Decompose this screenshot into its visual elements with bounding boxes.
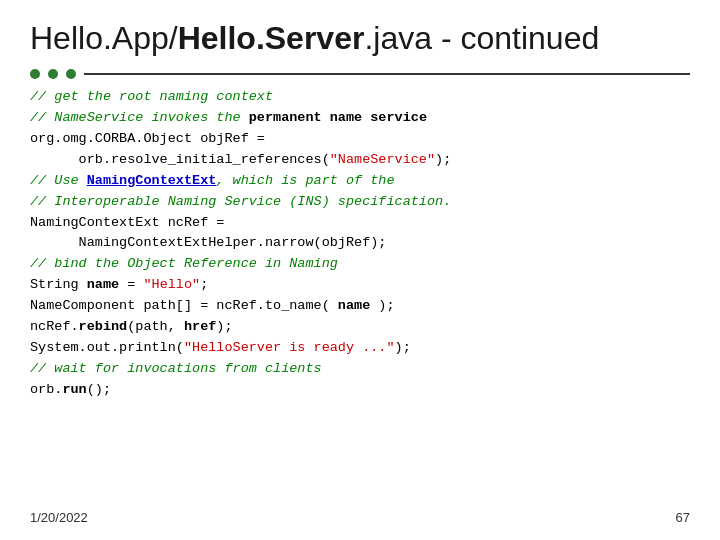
code-line-4: orb.resolve_initial_references("NameServ… [30, 150, 690, 171]
bold-rebind: rebind [79, 319, 128, 334]
code-line-10: String name = "Hello"; [30, 275, 690, 296]
string-10: "Hello" [143, 277, 200, 292]
comment-6: // Interoperable Naming Service (INS) sp… [30, 194, 451, 209]
bold-2: permanent name service [249, 110, 427, 125]
code-line-7: NamingContextExt ncRef = [30, 213, 690, 234]
comment-2a: // NameService invokes the [30, 110, 249, 125]
divider-row [30, 69, 690, 79]
code-line-5: // Use NamingContextExt, which is part o… [30, 171, 690, 192]
comment-5b: , which is part of the [216, 173, 394, 188]
bold-run: run [62, 382, 86, 397]
comment-1: // get the root naming context [30, 89, 273, 104]
dot-3 [66, 69, 76, 79]
title-suffix: .java - continued [364, 20, 599, 56]
comment-9: // bind the Object Reference in Naming [30, 256, 338, 271]
code-line-2: // NameService invokes the permanent nam… [30, 108, 690, 129]
slide-footer: 1/20/2022 67 [30, 510, 690, 525]
comment-5a: // Use [30, 173, 87, 188]
code-line-8: NamingContextExtHelper.narrow(objRef); [30, 233, 690, 254]
footer-page: 67 [676, 510, 690, 525]
footer-date: 1/20/2022 [30, 510, 88, 525]
title-prefix: Hello.App/ [30, 20, 178, 56]
string-13: "HelloServer is ready ..." [184, 340, 395, 355]
code-line-3: org.omg.CORBA.Object objRef = [30, 129, 690, 150]
bold-name-2: name [338, 298, 370, 313]
dot-1 [30, 69, 40, 79]
code-line-14: // wait for invocations from clients [30, 359, 690, 380]
bold-href: href [184, 319, 216, 334]
code-line-12: ncRef.rebind(path, href); [30, 317, 690, 338]
dot-2 [48, 69, 58, 79]
code-line-6: // Interoperable Naming Service (INS) sp… [30, 192, 690, 213]
code-line-9: // bind the Object Reference in Naming [30, 254, 690, 275]
link-5: NamingContextExt [87, 173, 217, 188]
code-line-13: System.out.println("HelloServer is ready… [30, 338, 690, 359]
comment-14: // wait for invocations from clients [30, 361, 322, 376]
string-4: "NameService" [330, 152, 435, 167]
title-bold: Hello.Server [178, 20, 365, 56]
code-line-15: orb.run(); [30, 380, 690, 401]
code-block: // get the root naming context // NameSe… [30, 87, 690, 401]
code-line-11: NameComponent path[] = ncRef.to_name( na… [30, 296, 690, 317]
code-line-1: // get the root naming context [30, 87, 690, 108]
divider-line [84, 73, 690, 75]
slide: Hello.App/Hello.Server.java - continued … [0, 0, 720, 540]
bold-name: name [87, 277, 119, 292]
slide-title: Hello.App/Hello.Server.java - continued [30, 20, 690, 57]
